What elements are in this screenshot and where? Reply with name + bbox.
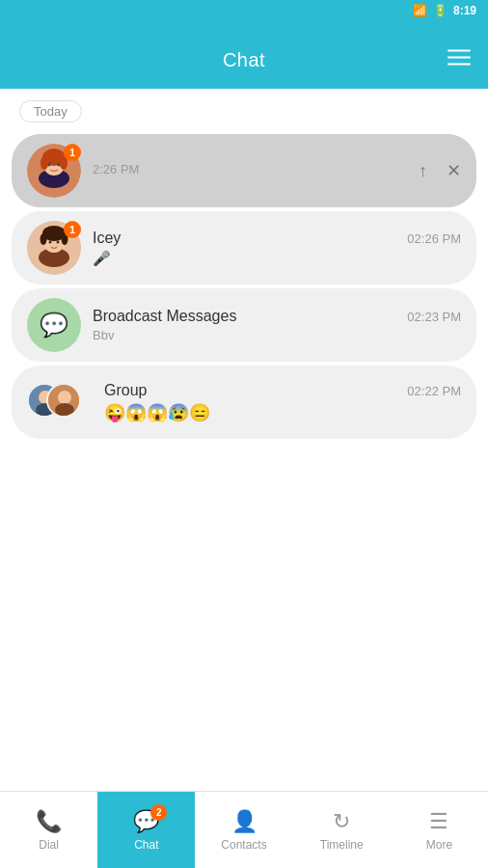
svg-point-14 xyxy=(41,233,47,245)
chat-info-2: Icey 02:26 PM 🎤 xyxy=(93,230,461,267)
chat-item-2[interactable]: 1 Icey 02:26 PM 🎤 xyxy=(12,211,476,285)
menu-line-3 xyxy=(447,64,471,66)
nav-label-dial: Dial xyxy=(39,838,59,852)
chat-name-row-3: Broadcast Messages 02:23 PM xyxy=(93,308,461,325)
date-badge: Today xyxy=(19,100,82,122)
chat-item-4[interactable]: Group 02:22 PM 😜😱😱😰😑 xyxy=(12,366,476,439)
nav-badge-chat: 2 xyxy=(150,804,167,821)
nav-item-more[interactable]: ☰ More xyxy=(391,792,488,868)
chat-name-3: Broadcast Messages xyxy=(93,308,236,325)
chat-item-1[interactable]: 1 2:26 PM ↑ ✕ xyxy=(12,134,476,207)
group-avatar xyxy=(27,375,81,429)
chat-list: Today 1 xyxy=(0,89,488,812)
chat-time-4: 02:22 PM xyxy=(407,384,461,398)
chat-name-row-1: 2:26 PM xyxy=(93,162,409,176)
status-time: 8:19 xyxy=(453,4,476,17)
chat-preview-2: 🎤 xyxy=(93,250,461,267)
svg-rect-8 xyxy=(48,162,53,164)
chat-preview-4: 😜😱😱😰😑 xyxy=(104,402,461,423)
contacts-icon: 👤 xyxy=(231,809,258,834)
broadcast-avatar: 💬 xyxy=(27,298,81,352)
chat-time-2: 02:26 PM xyxy=(407,231,461,246)
nav-label-timeline: Timeline xyxy=(320,838,364,852)
avatar-wrap-4 xyxy=(27,375,93,429)
nav-item-contacts[interactable]: 👤 Contacts xyxy=(195,792,292,868)
nav-label-more: More xyxy=(426,838,452,852)
avatar-wrap-1: 1 xyxy=(27,144,81,198)
chat-time-3: 02:23 PM xyxy=(407,310,461,324)
nav-label-chat: Chat xyxy=(134,838,158,852)
nav-item-dial[interactable]: 📞 Dial xyxy=(0,792,97,868)
menu-line-2 xyxy=(447,57,471,59)
chat-name-row-4: Group 02:22 PM xyxy=(104,382,461,399)
chat-info-4: Group 02:22 PM 😜😱😱😰😑 xyxy=(104,382,461,423)
broadcast-icon: 💬 xyxy=(40,312,68,339)
svg-point-16 xyxy=(49,241,52,244)
menu-button[interactable] xyxy=(447,45,471,66)
svg-point-17 xyxy=(57,241,60,244)
preview-text-4: 😜😱😱😰😑 xyxy=(104,402,210,423)
chat-time-1: 2:26 PM xyxy=(93,162,139,176)
swipe-actions: ↑ ✕ xyxy=(409,160,461,181)
group-av2 xyxy=(46,383,81,418)
header: Chat xyxy=(0,21,488,89)
chat-name-2: Icey xyxy=(93,230,121,247)
avatar-wrap-3: 💬 xyxy=(27,298,81,352)
more-icon: ☰ xyxy=(429,809,448,834)
phone-icon: 📞 xyxy=(36,809,62,834)
bottom-nav: 📞 Dial 💬 2 Chat 👤 Contacts ↻ Timeline ☰ … xyxy=(0,791,488,868)
chat-name-4: Group xyxy=(104,382,147,399)
mic-icon: 🎤 xyxy=(93,250,111,267)
swipe-close-button[interactable]: ✕ xyxy=(447,160,461,181)
svg-point-23 xyxy=(55,403,74,417)
header-title: Chat xyxy=(223,49,265,71)
chat-item-3[interactable]: 💬 Broadcast Messages 02:23 PM Bbv xyxy=(12,288,476,362)
preview-text-3: Bbv xyxy=(93,328,114,342)
nav-item-timeline[interactable]: ↻ Timeline xyxy=(293,792,391,868)
date-divider: Today xyxy=(0,89,488,130)
chat-info-3: Broadcast Messages 02:23 PM Bbv xyxy=(93,308,461,342)
menu-line-1 xyxy=(447,50,471,52)
svg-rect-9 xyxy=(55,162,60,164)
chat-preview-3: Bbv xyxy=(93,328,461,342)
timeline-icon: ↻ xyxy=(333,809,350,834)
badge-2: 1 xyxy=(64,221,81,238)
nav-label-contacts: Contacts xyxy=(221,838,266,852)
nav-item-chat[interactable]: 💬 2 Chat xyxy=(97,792,195,868)
badge-1: 1 xyxy=(64,144,81,161)
svg-point-22 xyxy=(58,391,71,404)
nav-badge-wrap-chat: 💬 2 xyxy=(133,809,159,834)
svg-point-4 xyxy=(41,156,48,170)
chat-info-1: 2:26 PM xyxy=(93,162,409,179)
swipe-up-button[interactable]: ↑ xyxy=(419,161,427,181)
chat-name-row-2: Icey 02:26 PM xyxy=(93,230,461,247)
avatar-wrap-2: 1 xyxy=(27,221,81,275)
